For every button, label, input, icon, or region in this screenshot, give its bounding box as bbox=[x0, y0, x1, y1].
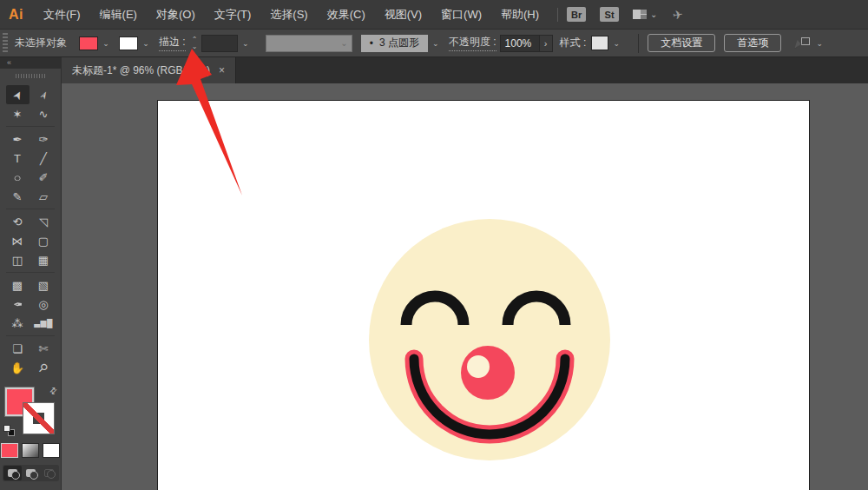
width-tool-icon: ⋈ bbox=[12, 235, 23, 248]
gradient-tool-button[interactable]: ▧ bbox=[32, 275, 56, 295]
menu-item-object[interactable]: 对象(O) bbox=[147, 8, 205, 21]
eyedropper-tool-button[interactable]: ✒ bbox=[6, 295, 30, 314]
stock-button[interactable]: St bbox=[600, 7, 619, 22]
stroke-color-indicator[interactable] bbox=[23, 403, 54, 434]
stroke-panel-link[interactable]: 描边 : bbox=[159, 35, 186, 51]
controlbar-grip-handle[interactable] bbox=[3, 33, 8, 54]
menu-item-file[interactable]: 文件(F) bbox=[34, 8, 90, 21]
selection-status-label: 未选择对象 bbox=[15, 36, 67, 50]
document-setup-button[interactable]: 文档设置 bbox=[648, 34, 715, 52]
select-similar-chevron-icon[interactable]: ⌄ bbox=[813, 36, 825, 50]
magic-wand-tool-button[interactable]: ✶ bbox=[6, 104, 30, 123]
menu-item-window[interactable]: 窗口(W) bbox=[431, 8, 491, 21]
opacity-panel-link[interactable]: 不透明度 : bbox=[449, 35, 496, 51]
zoom-tool-button[interactable]: ⚲ bbox=[32, 358, 56, 377]
menu-item-select[interactable]: 选择(S) bbox=[260, 8, 317, 21]
symbol-sprayer-tool-icon: ⁂ bbox=[12, 317, 23, 330]
ellipse-tool-button[interactable]: ○ bbox=[6, 168, 30, 187]
gradient-button[interactable] bbox=[22, 443, 39, 458]
knife-tool-button[interactable]: ✄ bbox=[32, 339, 56, 358]
paintbrush-tool-icon: ✐ bbox=[39, 171, 49, 184]
brush-chevron-icon[interactable]: ⌄ bbox=[430, 36, 442, 50]
line-segment-tool-button[interactable]: ╱ bbox=[32, 149, 56, 168]
draw-inside-button bbox=[40, 466, 58, 480]
stroke-color-chevron-icon[interactable]: ⌄ bbox=[140, 36, 152, 50]
hand-tool-icon: ✋ bbox=[10, 361, 24, 374]
document-tab[interactable]: 未标题-1* @ 96% (RGB/预览) × bbox=[62, 57, 236, 83]
blend-tool-button[interactable]: ◎ bbox=[32, 295, 56, 314]
direct-selection-tool-button[interactable]: ➢ bbox=[32, 85, 56, 104]
tab-row: « 未标题-1* @ 96% (RGB/预览) × bbox=[0, 57, 868, 83]
panel-collapse-button[interactable]: « bbox=[0, 57, 61, 69]
type-tool-icon: T bbox=[14, 152, 21, 165]
free-transform-tool-icon: ▢ bbox=[38, 235, 49, 248]
knife-tool-icon: ✄ bbox=[39, 342, 49, 355]
rotate-tool-button[interactable]: ⟲ bbox=[6, 212, 30, 231]
draw-behind-button[interactable] bbox=[22, 466, 40, 480]
blend-tool-icon: ◎ bbox=[38, 298, 48, 311]
menu-item-effect[interactable]: 效果(C) bbox=[318, 8, 375, 21]
pen-tool-button[interactable]: ✒ bbox=[6, 129, 30, 149]
curvature-tool-button[interactable]: ✑ bbox=[32, 129, 56, 149]
preferences-button[interactable]: 首选项 bbox=[724, 34, 781, 52]
menu-item-help[interactable]: 帮助(H) bbox=[491, 8, 549, 21]
column-graph-tool-button[interactable]: ▃▆█ bbox=[32, 314, 56, 333]
shape-builder-tool-button[interactable]: ◫ bbox=[6, 250, 30, 269]
pencil-tool-button[interactable]: ✎ bbox=[6, 187, 30, 206]
opacity-input[interactable]: 100% bbox=[500, 35, 540, 52]
bridge-button[interactable]: Br bbox=[567, 7, 586, 22]
smiley-face-circle[interactable] bbox=[369, 219, 610, 460]
select-similar-icon[interactable] bbox=[795, 37, 810, 50]
workspace-switcher-icon[interactable] bbox=[633, 10, 647, 19]
hand-tool-button[interactable]: ✋ bbox=[6, 358, 30, 377]
stroke-weight-chevron-icon[interactable]: ⌄ bbox=[240, 36, 252, 50]
workspace-chevron-icon[interactable]: ⌄ bbox=[650, 10, 657, 19]
paintbrush-tool-button[interactable]: ✐ bbox=[32, 168, 56, 187]
toolpanel-grip-handle[interactable] bbox=[0, 69, 61, 83]
scale-tool-button[interactable]: ◹ bbox=[32, 212, 56, 231]
symbol-sprayer-tool-button[interactable]: ⁂ bbox=[6, 314, 30, 333]
perspective-grid-tool-button[interactable]: ▦ bbox=[32, 250, 56, 269]
gradient-tool-icon: ▧ bbox=[38, 279, 49, 292]
selection-tool-button[interactable]: ➤ bbox=[6, 85, 30, 104]
menu-item-type[interactable]: 文字(T) bbox=[205, 8, 261, 21]
mesh-tool-button[interactable]: ▩ bbox=[6, 275, 30, 295]
canvas-area[interactable] bbox=[62, 83, 868, 490]
fill-color-swatch[interactable] bbox=[79, 36, 98, 50]
curvature-tool-icon: ✑ bbox=[39, 133, 49, 146]
none-button[interactable] bbox=[43, 443, 60, 458]
cs-live-icon[interactable]: ✈ bbox=[672, 7, 684, 22]
stroke-weight-stepper[interactable]: ⌃ ⌄ bbox=[189, 36, 201, 51]
stroke-weight-input[interactable] bbox=[201, 35, 238, 52]
default-fill-stroke-icon[interactable] bbox=[3, 425, 15, 436]
type-tool-button[interactable]: T bbox=[6, 149, 30, 168]
eraser-tool-button[interactable]: ▱ bbox=[32, 187, 56, 206]
style-swatch[interactable] bbox=[591, 36, 608, 50]
width-tool-button[interactable]: ⋈ bbox=[6, 231, 30, 250]
tab-close-button[interactable]: × bbox=[219, 64, 225, 76]
direct-selection-tool-icon: ➢ bbox=[36, 88, 51, 103]
style-chevron-icon[interactable]: ⌄ bbox=[610, 36, 622, 50]
artboard-tool-button[interactable]: ❏ bbox=[6, 339, 30, 358]
menu-item-edit[interactable]: 编辑(E) bbox=[90, 8, 147, 21]
stroke-color-swatch[interactable] bbox=[119, 36, 138, 50]
color-fill-button[interactable] bbox=[1, 443, 18, 458]
eyedropper-tool-icon: ✒ bbox=[13, 298, 23, 311]
stepper-down-icon[interactable]: ⌄ bbox=[192, 43, 198, 50]
shape-builder-tool-icon: ◫ bbox=[12, 254, 23, 267]
fill-color-chevron-icon[interactable]: ⌄ bbox=[100, 36, 112, 50]
brush-definition-dropdown[interactable]: • 3 点圆形 bbox=[361, 35, 428, 52]
line-segment-tool-icon: ╱ bbox=[40, 152, 47, 165]
swap-fill-stroke-icon[interactable]: ⇄ bbox=[47, 385, 59, 397]
selection-tool-icon: ➤ bbox=[10, 88, 25, 103]
brush-preview-dot: • bbox=[370, 37, 373, 50]
lasso-tool-button[interactable]: ∿ bbox=[32, 104, 56, 123]
opacity-arrow-button[interactable]: › bbox=[540, 35, 553, 52]
width-profile-dropdown: ⌄ bbox=[266, 35, 352, 52]
draw-normal-button[interactable] bbox=[3, 466, 22, 480]
tool-group-divider bbox=[6, 123, 56, 129]
tool-group-divider bbox=[6, 333, 56, 339]
smiley-nose-highlight[interactable] bbox=[467, 355, 490, 378]
free-transform-tool-button[interactable]: ▢ bbox=[32, 231, 56, 250]
menu-item-view[interactable]: 视图(V) bbox=[375, 8, 431, 21]
